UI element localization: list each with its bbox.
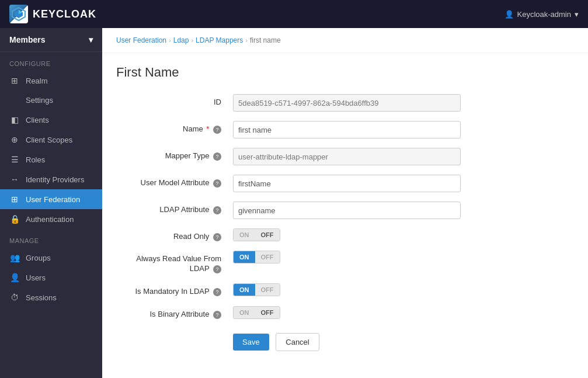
- logo: KEYCLOAK: [9, 5, 96, 23]
- is-binary-label: Is Binary Attribute ?: [116, 306, 233, 319]
- breadcrumb-sep-3: ›: [245, 37, 248, 44]
- sidebar: Members ▾ Configure ⊞ Realm Settings ◧ C…: [0, 28, 102, 378]
- sidebar-item-clients-label: Clients: [26, 116, 49, 124]
- read-only-toggle[interactable]: ON OFF: [233, 228, 280, 241]
- sidebar-item-identity-providers[interactable]: ↔ Identity Providers: [0, 169, 102, 189]
- always-read-off-label: OFF: [255, 251, 280, 263]
- is-binary-toggle-container: ON OFF: [233, 306, 280, 319]
- is-mandatory-toggle-container: ON OFF: [233, 283, 280, 296]
- sidebar-item-client-scopes-label: Client Scopes: [26, 136, 72, 144]
- sidebar-item-users[interactable]: 👤 Users: [0, 268, 102, 287]
- is-mandatory-help-icon[interactable]: ?: [213, 288, 221, 296]
- sidebar-item-sessions-label: Sessions: [26, 293, 57, 302]
- breadcrumb-sep-2: ›: [191, 37, 193, 44]
- is-binary-off-label: OFF: [255, 307, 280, 318]
- user-menu[interactable]: 👤 Keycloak-admin ▾: [505, 10, 579, 19]
- form-row-user-model-attribute: User Model Attribute ?: [116, 175, 574, 192]
- always-read-on-label: ON: [234, 251, 255, 263]
- sidebar-item-users-label: Users: [26, 273, 46, 282]
- user-model-attr-help-icon[interactable]: ?: [213, 179, 221, 188]
- ldap-attribute-input[interactable]: [233, 202, 461, 219]
- user-model-attribute-input[interactable]: [233, 175, 461, 192]
- sidebar-item-user-federation[interactable]: ⊞ User Federation: [0, 189, 102, 209]
- realm-chevron: ▾: [89, 35, 93, 44]
- is-mandatory-label: Is Mandatory In LDAP ?: [116, 283, 233, 297]
- sidebar-item-authentication-label: Authentication: [26, 215, 74, 224]
- read-only-toggle-container: ON OFF: [233, 228, 280, 241]
- top-navbar: KEYCLOAK 👤 Keycloak-admin ▾: [0, 0, 588, 28]
- sidebar-item-user-federation-label: User Federation: [26, 195, 80, 204]
- page-body: First Name ID Name * ? Mapper Type ?: [102, 53, 588, 363]
- mapper-type-help-icon[interactable]: ?: [213, 152, 221, 161]
- is-mandatory-toggle[interactable]: ON OFF: [233, 283, 280, 296]
- sidebar-item-groups[interactable]: 👥 Groups: [0, 248, 102, 268]
- configure-section-title: Configure: [0, 52, 102, 71]
- breadcrumb: User Federation › Ldap › LDAP Mappers › …: [102, 28, 588, 53]
- user-icon: 👤: [505, 10, 514, 19]
- mapper-type-input: [233, 148, 461, 165]
- sidebar-item-settings[interactable]: Settings: [0, 91, 102, 110]
- always-read-toggle-container: ON OFF: [233, 251, 280, 263]
- breadcrumb-ldap[interactable]: Ldap: [173, 36, 189, 44]
- user-menu-chevron: ▾: [575, 10, 579, 19]
- save-button[interactable]: Save: [233, 334, 269, 351]
- name-required: *: [206, 124, 209, 133]
- authentication-icon: 🔒: [9, 214, 20, 224]
- main-layout: Members ▾ Configure ⊞ Realm Settings ◧ C…: [0, 28, 588, 378]
- form-row-name: Name * ?: [116, 121, 574, 138]
- sidebar-item-roles[interactable]: ☰ Roles: [0, 150, 102, 169]
- realm-name: Members: [9, 35, 45, 44]
- sidebar-item-roles-label: Roles: [26, 155, 45, 164]
- form-row-read-only: Read Only ? ON OFF: [116, 228, 574, 241]
- is-mandatory-off-label: OFF: [255, 284, 280, 296]
- realm-selector[interactable]: Members ▾: [0, 28, 102, 52]
- is-binary-help-icon[interactable]: ?: [213, 311, 221, 319]
- read-only-off-label: OFF: [255, 229, 280, 241]
- breadcrumb-sep-1: ›: [169, 37, 171, 44]
- roles-icon: ☰: [9, 155, 20, 164]
- is-mandatory-on-label: ON: [234, 284, 255, 296]
- sessions-icon: ⏱: [9, 293, 20, 302]
- logo-icon: [9, 5, 28, 23]
- read-only-help-icon[interactable]: ?: [213, 233, 221, 241]
- user-federation-icon: ⊞: [9, 195, 20, 204]
- users-icon: 👤: [9, 273, 20, 282]
- name-input[interactable]: [233, 121, 461, 138]
- form-row-id: ID: [116, 94, 574, 112]
- always-read-help-icon[interactable]: ?: [213, 265, 221, 273]
- is-binary-on-label: ON: [234, 307, 255, 318]
- read-only-on-label: ON: [234, 229, 255, 241]
- sidebar-item-authentication[interactable]: 🔒 Authentication: [0, 209, 102, 229]
- groups-icon: 👥: [9, 253, 20, 262]
- is-binary-toggle[interactable]: ON OFF: [233, 306, 280, 319]
- sidebar-item-clients[interactable]: ◧ Clients: [0, 110, 102, 130]
- form-row-always-read: Always Read Value From LDAP ? ON OFF: [116, 251, 574, 274]
- sidebar-item-realm[interactable]: ⊞ Realm: [0, 71, 102, 91]
- sidebar-item-client-scopes[interactable]: ⊕ Client Scopes: [0, 130, 102, 150]
- page-title: First Name: [116, 65, 574, 80]
- id-label: ID: [116, 94, 233, 106]
- breadcrumb-user-federation[interactable]: User Federation: [116, 36, 166, 44]
- name-help-icon[interactable]: ?: [213, 126, 221, 134]
- read-only-label: Read Only ?: [116, 228, 233, 241]
- form-row-mapper-type: Mapper Type ?: [116, 148, 574, 165]
- logo-text: KEYCLOAK: [33, 8, 96, 20]
- clients-icon: ◧: [9, 115, 20, 124]
- main-content: User Federation › Ldap › LDAP Mappers › …: [102, 28, 588, 378]
- id-input: [233, 94, 461, 112]
- cancel-button[interactable]: Cancel: [276, 333, 319, 351]
- form-actions: Save Cancel: [116, 333, 574, 351]
- form-row-ldap-attribute: LDAP Attribute ?: [116, 202, 574, 219]
- sidebar-item-groups-label: Groups: [26, 254, 51, 262]
- ldap-attr-help-icon[interactable]: ?: [213, 206, 221, 214]
- sidebar-item-realm-label: Realm: [26, 77, 48, 85]
- user-name: Keycloak-admin: [517, 10, 572, 19]
- sidebar-item-sessions[interactable]: ⏱ Sessions: [0, 287, 102, 307]
- ldap-attribute-label: LDAP Attribute ?: [116, 202, 233, 214]
- breadcrumb-current: first name: [250, 36, 281, 44]
- identity-icon: ↔: [9, 175, 20, 184]
- always-read-toggle[interactable]: ON OFF: [233, 251, 280, 263]
- form-row-is-mandatory: Is Mandatory In LDAP ? ON OFF: [116, 283, 574, 297]
- user-model-attribute-label: User Model Attribute ?: [116, 175, 233, 188]
- breadcrumb-ldap-mappers[interactable]: LDAP Mappers: [196, 36, 243, 44]
